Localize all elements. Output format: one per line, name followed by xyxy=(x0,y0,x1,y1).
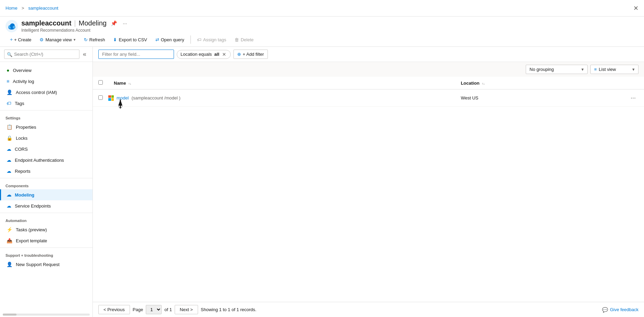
filter-input[interactable] xyxy=(98,50,174,59)
properties-icon: 📋 xyxy=(7,124,12,130)
account-name: sampleaccount xyxy=(21,19,72,27)
filter-tag-close-button[interactable]: ✕ xyxy=(221,52,227,57)
location-filter-tag: Location equals all ✕ xyxy=(177,50,231,59)
components-section-label: Components xyxy=(0,180,92,189)
endpoint-auth-icon: ☁ xyxy=(7,157,11,163)
page-header: sampleaccount | Modeling 📌 ··· Intellige… xyxy=(0,17,644,47)
table-container: Name ↑↓ Location ↑↓ xyxy=(93,77,644,302)
export-template-icon: 📤 xyxy=(7,238,12,243)
sidebar-item-modeling[interactable]: ☁ Modeling xyxy=(0,189,92,200)
export-csv-button[interactable]: ⬇ Export to CSV xyxy=(110,35,150,44)
table-row: model (sampleaccount /model ) xyxy=(93,89,644,107)
name-sort-icon: ↑↓ xyxy=(128,82,131,85)
pin-button[interactable]: 📌 xyxy=(109,20,119,27)
reports-icon: ☁ xyxy=(7,168,11,174)
account-subtitle: Intelligent Recommendations Account xyxy=(21,28,638,33)
toolbar-divider xyxy=(190,35,191,44)
sidebar-scroll-thumb xyxy=(3,314,17,316)
topbar-close-btn[interactable]: ✕ xyxy=(633,4,638,12)
list-view-icon: ≡ xyxy=(594,67,597,72)
sidebar-scrollbar[interactable] xyxy=(3,314,90,316)
row-name-cell: model (sampleaccount /model ) xyxy=(108,89,455,107)
delete-icon: 🗑 xyxy=(234,37,239,42)
next-button[interactable]: Next > xyxy=(175,305,198,314)
export-icon: ⬇ xyxy=(113,37,117,42)
filter-bar: Location equals all ✕ ⊕ + Add filter xyxy=(93,47,644,62)
previous-button[interactable]: < Previous xyxy=(98,305,130,314)
page-select[interactable]: 1 xyxy=(146,305,162,314)
refresh-button[interactable]: ↻ Refresh xyxy=(80,35,109,44)
support-icon: 👤 xyxy=(7,262,12,267)
svg-point-4 xyxy=(13,26,15,29)
sidebar-item-access-control[interactable]: 👤 Access control (IAM) xyxy=(0,87,92,98)
sidebar-nav: ● Overview ≡ Activity log 👤 Access contr… xyxy=(0,62,92,314)
model-link[interactable]: model xyxy=(117,95,129,101)
open-query-button[interactable]: ⇄ Open query xyxy=(152,35,188,44)
svg-marker-5 xyxy=(118,99,122,108)
cursor-arrow-overlay xyxy=(115,99,125,114)
sidebar-item-activity-log[interactable]: ≡ Activity log xyxy=(0,76,92,87)
add-filter-icon: ⊕ xyxy=(237,52,241,57)
overview-icon: ● xyxy=(7,67,9,73)
sidebar-collapse-button[interactable]: « xyxy=(81,50,88,59)
activity-log-icon: ≡ xyxy=(7,78,9,84)
automation-section-label: Automation xyxy=(0,214,92,224)
sidebar: 🔍 « ● Overview ≡ Activity log 👤 Access c… xyxy=(0,47,93,317)
breadcrumb-home[interactable]: Home xyxy=(6,6,18,11)
sidebar-item-new-support[interactable]: 👤 New Support Request xyxy=(0,259,92,270)
row-checkbox[interactable] xyxy=(98,95,103,100)
tasks-icon: ⚡ xyxy=(7,227,12,232)
sidebar-item-tasks[interactable]: ⚡ Tasks (preview) xyxy=(0,224,92,235)
select-all-checkbox[interactable] xyxy=(98,80,103,85)
add-filter-button[interactable]: ⊕ + Add filter xyxy=(233,50,268,59)
sidebar-item-export-template[interactable]: 📤 Export template xyxy=(0,235,92,246)
row-more-button[interactable]: ··· xyxy=(628,93,638,103)
manage-view-button[interactable]: ⚙ Manage view ▾ xyxy=(36,35,79,44)
page-label: Page xyxy=(133,307,143,312)
view-type-dropdown[interactable]: ≡ List view ▾ xyxy=(590,65,638,74)
sidebar-item-endpoint-auth[interactable]: ☁ Endpoint Authentications xyxy=(0,155,92,166)
sidebar-item-locks[interactable]: 🔒 Locks xyxy=(0,133,92,144)
grouping-dropdown[interactable]: No grouping ▾ xyxy=(526,65,588,74)
sidebar-item-reports[interactable]: ☁ Reports xyxy=(0,166,92,177)
sidebar-search-input[interactable] xyxy=(4,50,79,59)
grouping-chevron-icon: ▾ xyxy=(581,67,584,72)
table-header-row: Name ↑↓ Location ↑↓ xyxy=(93,77,644,89)
name-column-header[interactable]: Name ↑↓ xyxy=(108,77,455,89)
sidebar-item-properties[interactable]: 📋 Properties xyxy=(0,121,92,133)
settings-section-label: Settings xyxy=(0,112,92,121)
main-layout: 🔍 « ● Overview ≡ Activity log 👤 Access c… xyxy=(0,47,644,317)
create-button[interactable]: ＋ + Create xyxy=(6,35,35,44)
toolbar: ＋ + Create ⚙ Manage view ▾ ↻ Refresh ⬇ E… xyxy=(6,33,638,46)
breadcrumb-current[interactable]: sampleaccount xyxy=(28,6,58,11)
delete-button[interactable]: 🗑 Delete xyxy=(231,35,257,44)
header-divider: | xyxy=(74,19,76,27)
locks-icon: 🔒 xyxy=(7,135,12,141)
more-options-button[interactable]: ··· xyxy=(121,20,129,27)
sidebar-item-cors[interactable]: ☁ CORS xyxy=(0,144,92,155)
sidebar-item-service-endpoints[interactable]: ☁ Service Endpoints xyxy=(0,200,92,211)
location-column-header[interactable]: Location ↑↓ xyxy=(455,77,644,89)
access-control-icon: 👤 xyxy=(7,89,12,95)
pagination-bar: < Previous Page 1 of 1 Next > Showing 1 … xyxy=(93,302,644,317)
assign-tags-button[interactable]: 🏷 Assign tags xyxy=(194,35,230,44)
row-checkbox-cell xyxy=(93,89,108,107)
sidebar-item-tags[interactable]: 🏷 Tags xyxy=(0,98,92,109)
service-endpoints-icon: ☁ xyxy=(7,203,11,209)
search-icon: 🔍 xyxy=(7,52,12,57)
row-location-cell: West US ··· xyxy=(455,89,644,106)
manage-view-icon: ⚙ xyxy=(40,37,44,42)
of-label: of 1 xyxy=(164,307,172,312)
give-feedback-button[interactable]: 💬 Give feedback xyxy=(602,307,638,313)
feedback-icon: 💬 xyxy=(602,307,608,313)
tags-icon: 🏷 xyxy=(7,101,11,106)
page-title: Modeling xyxy=(79,19,107,27)
manage-view-chevron-icon: ▾ xyxy=(74,38,76,42)
modeling-icon: ☁ xyxy=(7,192,11,198)
view-controls: No grouping ▾ ≡ List view ▾ xyxy=(93,62,644,77)
tag-icon: 🏷 xyxy=(197,37,201,42)
showing-text: Showing 1 to 1 of 1 records. xyxy=(201,307,256,312)
ms-logo-icon xyxy=(108,95,114,101)
location-sort-icon: ↑↓ xyxy=(482,82,485,85)
sidebar-item-overview[interactable]: ● Overview xyxy=(0,65,92,76)
